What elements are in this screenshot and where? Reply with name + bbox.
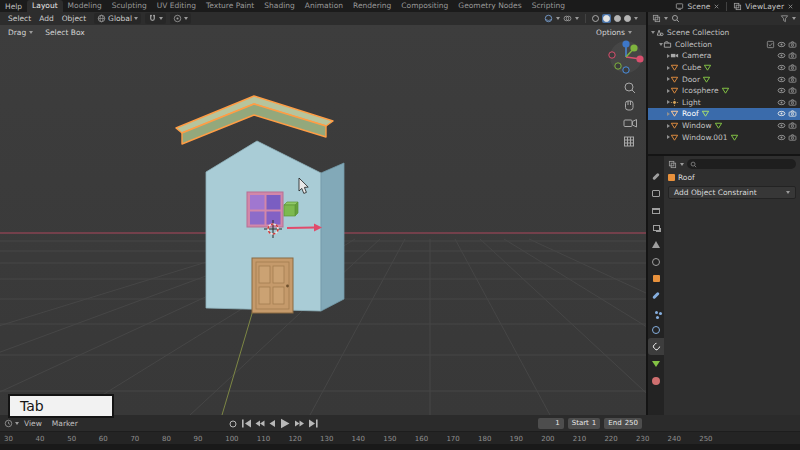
disable-render-icon[interactable] [788,98,797,107]
disable-render-icon[interactable] [788,109,797,118]
active-tool-label[interactable]: Select Box [45,28,84,37]
outliner-row-collection[interactable]: Collection [648,39,800,51]
gizmo-toggle-icon[interactable] [544,14,553,23]
add-object-constraint-button[interactable]: Add Object Constraint [668,186,796,199]
disable-render-icon[interactable] [788,86,797,95]
material-tab-icon[interactable] [648,372,664,389]
workspace-tab-compositing[interactable]: Compositing [396,0,453,12]
disable-render-icon[interactable] [788,133,797,142]
object-tab-icon[interactable] [648,270,664,287]
search-icon[interactable] [671,14,680,23]
workspace-tab-texture-paint[interactable]: Texture Paint [201,0,259,12]
proportional-edit-toggle[interactable] [170,13,191,24]
scene-tab-icon[interactable] [648,236,664,253]
door-mesh[interactable] [252,258,293,313]
outliner-row-light[interactable]: Light [648,97,800,109]
outliner-row-camera[interactable]: Camera [648,50,800,62]
disable-render-icon[interactable] [788,121,797,130]
solid-shading-icon[interactable] [602,14,611,23]
transform-orientation-dropdown[interactable]: Global [94,13,141,24]
menu-help[interactable]: Help [0,2,27,11]
hide-eye-icon[interactable] [777,40,786,49]
hide-eye-icon[interactable] [777,133,786,142]
hide-eye-icon[interactable] [777,63,786,72]
unlink-viewlayer-icon[interactable] [787,3,794,10]
hide-eye-icon[interactable] [777,109,786,118]
outliner-row-scene-collection[interactable]: Scene Collection [648,27,800,39]
properties-editor-type-icon[interactable] [668,160,677,169]
snap-toggle[interactable] [145,13,166,24]
timeline-ruler[interactable]: 30 40 50 60 70 80 90 100 110 120 130 140… [0,431,800,444]
outliner-row-icosphere[interactable]: Icosphere [648,85,800,97]
menu-marker[interactable]: Marker [47,419,83,428]
hide-eye-icon[interactable] [777,98,786,107]
workspace-tab-layout[interactable]: Layout [27,0,63,12]
3d-viewport[interactable]: Drag Select Box Options [0,25,646,415]
chevron-down-icon [556,17,560,20]
workspace-tab-scripting[interactable]: Scripting [527,0,570,12]
menu-object[interactable]: Object [58,14,90,23]
menu-add[interactable]: Add [35,14,58,23]
world-tab-icon[interactable] [648,253,664,270]
workspace-tab-rendering[interactable]: Rendering [348,0,396,12]
properties-search-input[interactable] [687,159,796,169]
render-tab-icon[interactable] [648,185,664,202]
material-shading-icon[interactable] [614,15,621,22]
outliner-row-door[interactable]: Door [648,73,800,85]
viewlayer-selector[interactable]: ViewLayer [745,2,784,11]
hide-eye-icon[interactable] [777,75,786,84]
tool-tab-icon[interactable] [648,168,664,185]
filter-icon[interactable] [780,14,789,23]
hide-eye-icon[interactable] [777,86,786,95]
physics-tab-icon[interactable] [648,321,664,338]
disable-render-icon[interactable] [788,63,797,72]
roof-mesh-selected[interactable] [176,96,333,144]
menu-select[interactable]: Select [4,14,35,23]
pan-hand-icon[interactable] [626,101,634,110]
constraint-tab-icon-active[interactable] [648,338,664,355]
options-dropdown[interactable]: Options [596,28,632,37]
disable-render-icon[interactable] [788,40,797,49]
disable-render-icon[interactable] [788,51,797,60]
scene-selector[interactable]: Scene [687,2,710,11]
outliner-row-cube[interactable]: Cube [648,62,800,74]
divider [585,14,586,23]
unlink-scene-icon[interactable] [713,3,720,10]
modifier-tab-icon[interactable] [648,287,664,304]
zoom-icon[interactable] [625,83,635,93]
drag-dropdown[interactable]: Drag [8,28,33,37]
hide-eye-icon[interactable] [777,121,786,130]
current-frame-field[interactable]: 1 [538,418,564,429]
hide-eye-icon[interactable] [777,51,786,60]
workspace-tab-shading[interactable]: Shading [259,0,299,12]
wireframe-shading-icon[interactable] [592,15,599,22]
timeline-editor-type-icon[interactable] [4,419,13,428]
workspace-tab-modeling[interactable]: Modeling [63,0,107,12]
outliner-row-window-001[interactable]: Window.001 [648,131,800,143]
window-mesh[interactable] [247,192,283,227]
workspace-tab-uv-editing[interactable]: UV Editing [152,0,201,12]
outliner-editor-type-icon[interactable] [652,14,661,23]
start-frame-field[interactable]: Start 1 [568,418,601,429]
orthographic-toggle-icon[interactable] [625,137,634,146]
viewlayer-tab-icon[interactable] [648,219,664,236]
end-frame-field[interactable]: End 250 [604,418,642,429]
workspace-tab-sculpting[interactable]: Sculpting [107,0,152,12]
exclude-checkbox-icon[interactable] [766,40,775,49]
rendered-shading-icon[interactable] [624,15,631,22]
icosphere-mesh[interactable] [284,202,298,216]
outliner-row-roof-selected[interactable]: Roof [648,108,800,120]
outliner-row-window[interactable]: Window [648,120,800,132]
object-data-tab-icon[interactable] [648,355,664,372]
disable-render-icon[interactable] [788,75,797,84]
transport-buttons[interactable] [242,418,320,429]
menu-view[interactable]: View [19,419,47,428]
overlays-toggle-icon[interactable] [563,14,572,23]
workspace-tab-animation[interactable]: Animation [300,0,348,12]
output-tab-icon[interactable] [648,202,664,219]
auto-keying-icon[interactable] [228,419,238,429]
workspace-tab-geometry-nodes[interactable]: Geometry Nodes [453,0,526,12]
particles-tab-icon[interactable] [648,304,664,321]
navigation-gizmo[interactable] [609,40,644,73]
camera-view-icon[interactable] [624,120,637,128]
